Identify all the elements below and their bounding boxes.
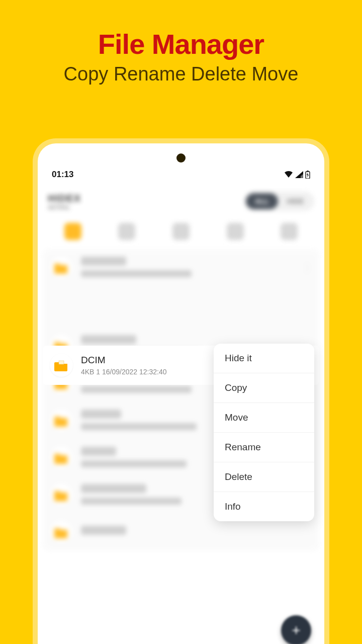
tab-videos[interactable] — [172, 223, 190, 240]
menu-delete[interactable]: Delete — [214, 462, 314, 492]
logo-main: HIDEX — [48, 193, 81, 204]
fab-add-button[interactable]: + — [281, 615, 311, 644]
folder-icon — [50, 354, 73, 377]
menu-hide[interactable]: Hide it — [214, 344, 314, 373]
menu-move[interactable]: Move — [214, 403, 314, 433]
menu-copy[interactable]: Copy — [214, 373, 314, 403]
filter-hide-button[interactable]: HIDE — [278, 193, 313, 209]
promo-header: File Manager Copy Rename Delete Move — [0, 0, 362, 85]
svg-rect-1 — [307, 171, 309, 172]
status-icons — [284, 171, 310, 179]
plus-icon: + — [292, 622, 301, 639]
app-logo: HIDEX AETRAL — [48, 193, 81, 210]
folder-icon — [50, 484, 73, 507]
filter-all-button[interactable]: ALL — [246, 193, 278, 209]
folder-icon — [50, 521, 73, 544]
folder-icon — [50, 409, 73, 432]
tab-documents[interactable] — [281, 223, 298, 240]
menu-rename[interactable]: Rename — [214, 433, 314, 462]
tab-images[interactable] — [118, 223, 135, 240]
phone-notch — [176, 153, 186, 163]
menu-info[interactable]: Info — [214, 492, 314, 521]
logo-sub: AETRAL — [48, 204, 81, 210]
battery-icon — [305, 171, 310, 179]
phone-frame: 01:13 HIDEX AETRAL ALL HIDE — [33, 138, 329, 644]
folder-icon — [50, 446, 73, 469]
more-icon[interactable]: ⋮ — [302, 262, 312, 273]
promo-title: File Manager — [0, 28, 362, 60]
context-menu: Hide it Copy Move Rename Delete Info — [214, 344, 314, 521]
tab-folders[interactable] — [64, 223, 81, 240]
status-time: 01:13 — [52, 170, 73, 180]
promo-subtitle: Copy Rename Delete Move — [0, 63, 362, 85]
folder-icon — [50, 256, 73, 279]
category-tabs — [43, 216, 319, 247]
tab-audio[interactable] — [227, 223, 244, 240]
filter-toggle[interactable]: ALL HIDE — [244, 192, 314, 211]
wifi-icon — [284, 171, 293, 178]
list-item[interactable]: ⋮ — [43, 249, 319, 286]
signal-icon — [295, 171, 303, 178]
